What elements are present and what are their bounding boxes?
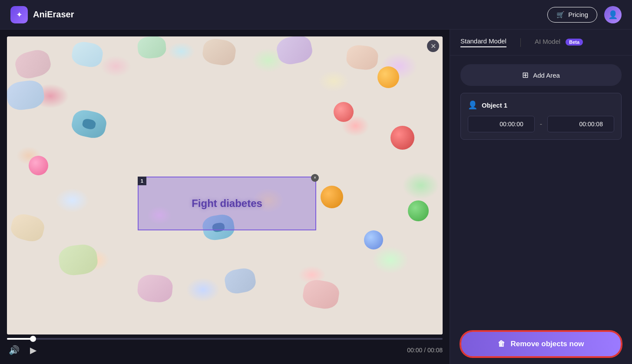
video-frame: 1 × Fight diabetes <box>7 36 443 334</box>
candy-decoration <box>70 40 104 69</box>
tab-ai-label: AI Model <box>535 38 560 45</box>
candy-decoration <box>13 47 53 82</box>
play-icon: ▶ <box>30 345 36 355</box>
tab-standard-model[interactable]: Standard Model <box>460 37 506 47</box>
avatar-icon: 👤 <box>608 10 618 20</box>
selection-close-icon: × <box>314 175 316 180</box>
candy-decoration <box>334 102 354 122</box>
candy-decoration <box>223 266 257 295</box>
candy-decoration <box>7 79 46 111</box>
app-header: ✦ AniEraser 🛒 Pricing 👤 <box>0 0 632 30</box>
close-button[interactable]: ✕ <box>427 40 439 52</box>
candy-decoration <box>70 108 109 140</box>
tab-standard-label: Standard Model <box>460 37 506 45</box>
close-icon: ✕ <box>430 42 436 50</box>
tabs-header: Standard Model AI Model Beta <box>450 30 632 56</box>
video-display: 1 × Fight diabetes <box>7 36 443 334</box>
main-content: ✕ <box>0 30 632 364</box>
cart-icon: 🛒 <box>556 11 565 19</box>
progress-indicator[interactable] <box>30 336 36 342</box>
pricing-button[interactable]: 🛒 Pricing <box>547 7 597 23</box>
progress-fill <box>7 338 33 340</box>
candy-decoration <box>390 126 414 150</box>
candy-decoration <box>58 243 99 277</box>
controls-left: 🔊 ▶ <box>7 343 38 357</box>
candy-decoration <box>346 44 379 71</box>
object-header: 👤 Object 1 <box>468 100 614 110</box>
start-time-value[interactable] <box>468 116 535 132</box>
pricing-label: Pricing <box>568 11 588 18</box>
remove-label: Remove objects now <box>510 340 584 348</box>
candy-decoration <box>321 186 343 208</box>
video-controls: 🔊 ▶ 00:00 / 00:08 <box>7 338 443 357</box>
time-separator: - <box>540 120 542 128</box>
remove-btn-container: 🗑 Remove objects now <box>450 324 632 364</box>
logo-symbol: ✦ <box>16 10 23 20</box>
candy-decoration <box>137 36 167 59</box>
candy-decoration <box>301 278 341 311</box>
beta-badge: Beta <box>566 39 583 46</box>
start-time-input[interactable]: ▲ ▼ <box>468 116 535 132</box>
candy-decoration <box>377 66 399 88</box>
user-avatar[interactable]: 👤 <box>604 6 622 23</box>
remove-icon: 🗑 <box>498 340 505 348</box>
app-name: AniEraser <box>33 10 74 20</box>
play-button[interactable]: ▶ <box>28 343 38 357</box>
selection-number: 1 <box>138 177 146 185</box>
app-logo: ✦ <box>10 6 28 23</box>
selection-close-button[interactable]: × <box>311 174 319 182</box>
volume-icon: 🔊 <box>9 345 20 355</box>
end-time-value[interactable] <box>548 116 614 132</box>
candy-decoration <box>9 212 46 244</box>
time-display: 00:00 / 00:08 <box>407 347 443 354</box>
object-icon: 👤 <box>468 100 477 110</box>
tab-ai-model[interactable]: AI Model Beta <box>535 38 583 47</box>
controls-row: 🔊 ▶ 00:00 / 00:08 <box>7 343 443 357</box>
volume-button[interactable]: 🔊 <box>7 343 21 357</box>
tab-divider <box>520 38 521 47</box>
candy-decoration <box>202 37 237 67</box>
candy-decoration <box>275 36 314 67</box>
object-name: Object 1 <box>482 102 507 109</box>
add-area-button[interactable]: ⊞ Add Area <box>460 64 622 86</box>
add-area-label: Add Area <box>533 72 560 79</box>
header-left: ✦ AniEraser <box>10 6 74 23</box>
candy-decoration <box>29 156 48 175</box>
end-time-input[interactable]: ▲ ▼ <box>547 116 614 132</box>
candy-decoration <box>364 230 383 249</box>
right-content: ⊞ Add Area 👤 Object 1 ▲ ▼ <box>450 56 632 324</box>
right-panel: Standard Model AI Model Beta ⊞ Add Area … <box>450 30 632 364</box>
video-panel: ✕ <box>0 30 450 364</box>
selection-text: Fight diabetes <box>192 197 262 210</box>
add-area-icon: ⊞ <box>522 70 529 80</box>
time-range-row: ▲ ▼ - ▲ ▼ <box>468 116 614 132</box>
candy-decoration <box>408 200 429 221</box>
header-right: 🛒 Pricing 👤 <box>547 6 622 23</box>
selection-box[interactable]: 1 × Fight diabetes <box>138 177 316 230</box>
progress-bar[interactable] <box>7 338 443 340</box>
object-card: 👤 Object 1 ▲ ▼ - ▲ <box>460 93 622 140</box>
remove-objects-button[interactable]: 🗑 Remove objects now <box>460 331 622 357</box>
candy-decoration <box>136 273 173 303</box>
